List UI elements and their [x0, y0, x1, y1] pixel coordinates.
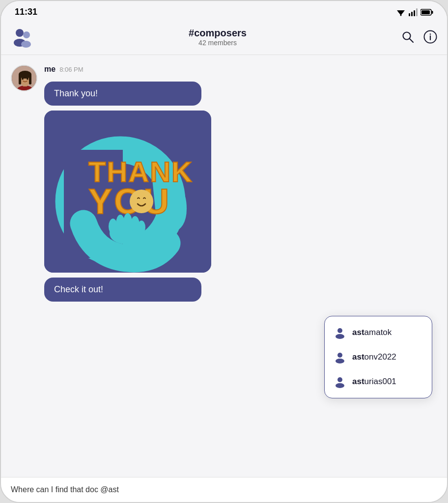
- username-astonv2022: astonv2022: [352, 352, 396, 362]
- svg-rect-7: [416, 8, 418, 16]
- autocomplete-item-astamatok[interactable]: astamatok: [325, 320, 432, 345]
- info-icon: [423, 30, 437, 44]
- member-count: 42 members: [34, 39, 401, 47]
- svg-rect-5: [411, 12, 413, 16]
- svg-point-28: [27, 78, 28, 80]
- chat-area: me 8:06 PM Thank you!: [1, 55, 447, 477]
- status-icons: [396, 8, 433, 16]
- svg-point-41: [337, 328, 342, 333]
- svg-rect-9: [432, 11, 433, 14]
- svg-line-16: [410, 39, 413, 42]
- svg-point-3: [400, 14, 402, 16]
- svg-point-43: [337, 353, 342, 358]
- message-bubble-thankyou: Thank you!: [44, 82, 201, 106]
- message-input[interactable]: Where can I find that doc @ast: [11, 485, 437, 494]
- avatar: [11, 65, 37, 91]
- svg-rect-10: [421, 10, 430, 14]
- message-group: me 8:06 PM Thank you!: [11, 65, 437, 302]
- svg-point-45: [337, 377, 342, 382]
- thankyou-sticker: THANK YOU: [44, 111, 211, 273]
- svg-point-12: [23, 31, 30, 38]
- svg-rect-4: [409, 13, 410, 16]
- autocomplete-item-astonv2022[interactable]: astonv2022: [325, 345, 432, 369]
- username-astamatok: astamatok: [352, 328, 392, 337]
- sender-name: me: [44, 65, 56, 74]
- search-button[interactable]: [401, 30, 415, 44]
- info-button[interactable]: [423, 30, 437, 44]
- autocomplete-item-asturias001[interactable]: asturias001: [325, 369, 432, 394]
- wifi-icon: [396, 8, 406, 16]
- message-bubble-checkitout: Check it out!: [44, 278, 201, 302]
- signal-icon: [409, 8, 418, 16]
- svg-rect-26: [29, 75, 31, 84]
- message-meta: me 8:06 PM: [44, 65, 437, 74]
- svg-point-40: [138, 221, 145, 234]
- status-bar: 11:31: [1, 1, 447, 21]
- messages-column: me 8:06 PM Thank you!: [44, 65, 437, 302]
- header: #composers 42 members: [1, 21, 447, 55]
- svg-point-11: [16, 29, 24, 37]
- phone-frame: 11:31: [0, 0, 448, 503]
- svg-point-46: [336, 383, 344, 388]
- svg-rect-25: [19, 75, 21, 84]
- members-icon: [11, 26, 34, 48]
- input-bar: Where can I find that doc @ast: [1, 477, 447, 502]
- search-icon: [401, 30, 414, 43]
- message-time: 8:06 PM: [59, 66, 83, 73]
- header-left: [11, 26, 34, 48]
- svg-point-36: [109, 219, 117, 234]
- battery-icon: [420, 9, 433, 16]
- svg-point-44: [336, 359, 344, 363]
- user-icon-astonv2022: [334, 351, 346, 363]
- header-center: #composers 42 members: [34, 28, 401, 47]
- svg-rect-6: [414, 10, 415, 16]
- username-asturias001: asturias001: [352, 377, 396, 387]
- message-bubble-sticker: THANK YOU: [44, 111, 211, 273]
- svg-point-27: [22, 78, 24, 80]
- svg-point-34: [130, 190, 153, 213]
- user-icon-asturias001: [334, 375, 346, 388]
- svg-point-14: [21, 41, 31, 48]
- status-time: 11:31: [15, 7, 37, 17]
- channel-name: #composers: [34, 28, 401, 39]
- svg-point-19: [430, 33, 431, 35]
- svg-point-42: [336, 334, 344, 339]
- user-icon-astamatok: [334, 326, 346, 339]
- autocomplete-dropdown: astamatok astonv2022 asturias001: [324, 316, 432, 398]
- header-right: [401, 30, 437, 44]
